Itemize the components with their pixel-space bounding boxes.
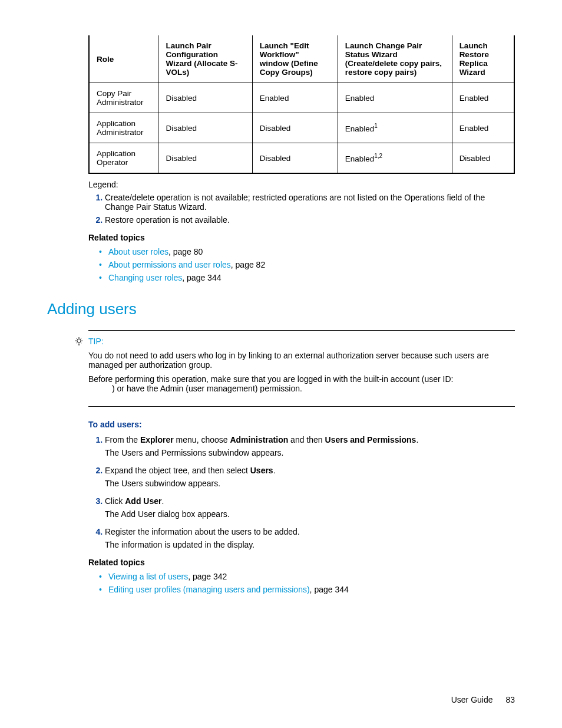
table-row: Application OperatorDisabledDisabledEnab…	[89, 143, 514, 174]
table-row: Application AdministratorDisabledDisable…	[89, 113, 514, 143]
related-item: Viewing a list of users, page 342	[99, 572, 515, 581]
related-item: About user roles, page 80	[99, 247, 515, 256]
related-link[interactable]: Viewing a list of users	[108, 572, 188, 581]
table-cell: Application Operator	[89, 143, 158, 174]
col-launch-pair: Launch Pair Configuration Wizard (Alloca…	[158, 35, 252, 83]
step-result: The information is updated in the displa…	[105, 540, 515, 549]
related-topics-heading-2: Related topics	[88, 558, 515, 567]
table-cell: Copy Pair Administrator	[89, 83, 158, 113]
step-result: The Users and Permissions subwindow appe…	[105, 448, 515, 457]
table-cell: Disabled	[158, 83, 252, 113]
svg-line-8	[81, 338, 81, 339]
procedure-heading: To add users:	[88, 420, 515, 429]
svg-line-5	[77, 338, 77, 339]
related-link[interactable]: About user roles	[108, 247, 168, 256]
section-heading-adding-users: Adding users	[47, 300, 515, 318]
related-topics-heading-1: Related topics	[88, 233, 515, 242]
col-change-pair: Launch Change Pair Status Wizard (Create…	[338, 35, 452, 83]
footer-page-number: 83	[505, 695, 515, 704]
lightbulb-icon	[74, 337, 84, 348]
step-result: The Users subwindow appears.	[105, 479, 515, 488]
related-link[interactable]: About permissions and user roles	[108, 260, 231, 269]
tip-block: TIP: You do not need to add users who lo…	[88, 330, 515, 407]
tip-label: TIP:	[88, 337, 515, 346]
related-list-2: Viewing a list of users, page 342Editing…	[88, 572, 515, 594]
related-item: About permissions and user roles, page 8…	[99, 260, 515, 269]
table-cell: Enabled	[452, 113, 514, 143]
table-cell: Disabled	[452, 143, 514, 174]
footer-label: User Guide	[451, 695, 493, 704]
step-result: The Add User dialog box appears.	[105, 509, 515, 519]
related-item: Changing user roles, page 344	[99, 273, 515, 282]
related-item: Editing user profiles (managing users an…	[99, 585, 515, 594]
tip-paragraph-2: Before performing this operation, make s…	[88, 374, 515, 393]
procedure-steps: From the Explorer menu, choose Administr…	[88, 435, 515, 549]
table-cell: Enabled1,2	[338, 143, 452, 174]
col-role: Role	[89, 35, 158, 83]
legend-item: Restore operation is not available.	[105, 215, 515, 225]
table-cell: Disabled	[252, 143, 338, 174]
svg-line-6	[81, 342, 81, 343]
related-link[interactable]: Editing user profiles (managing users an…	[108, 585, 310, 594]
legend-list: Create/delete operation is not available…	[88, 193, 515, 225]
legend-item: Create/delete operation is not available…	[105, 193, 515, 212]
col-edit-workflow: Launch "Edit Workflow" window (Define Co…	[252, 35, 338, 83]
table-body: Copy Pair AdministratorDisabledEnabledEn…	[89, 83, 514, 174]
procedure-step: Expand the object tree, and then select …	[105, 466, 515, 488]
procedure-step: Click Add User.The Add User dialog box a…	[105, 496, 515, 519]
table-cell: Disabled	[252, 113, 338, 143]
svg-point-0	[77, 339, 81, 342]
related-list-1: About user roles, page 80About permissio…	[88, 247, 515, 282]
table-row: Copy Pair AdministratorDisabledEnabledEn…	[89, 83, 514, 113]
table-cell: Enabled1	[338, 113, 452, 143]
table-cell: Enabled	[252, 83, 338, 113]
table-cell: Enabled	[452, 83, 514, 113]
svg-line-7	[77, 342, 77, 343]
table-cell: Disabled	[158, 143, 252, 174]
related-link[interactable]: Changing user roles	[108, 273, 182, 282]
col-restore: Launch Restore Replica Wizard	[452, 35, 514, 83]
procedure-step: From the Explorer menu, choose Administr…	[105, 435, 515, 457]
table-cell: Disabled	[158, 113, 252, 143]
tip-paragraph-1: You do not need to add users who log in …	[88, 351, 515, 370]
page-footer: User Guide 83	[451, 695, 515, 704]
role-table: Role Launch Pair Configuration Wizard (A…	[88, 35, 515, 174]
table-header-row: Role Launch Pair Configuration Wizard (A…	[89, 35, 514, 83]
table-cell: Application Administrator	[89, 113, 158, 143]
procedure-step: Register the information about the users…	[105, 527, 515, 549]
table-cell: Enabled	[338, 83, 452, 113]
legend-label: Legend:	[88, 180, 515, 189]
